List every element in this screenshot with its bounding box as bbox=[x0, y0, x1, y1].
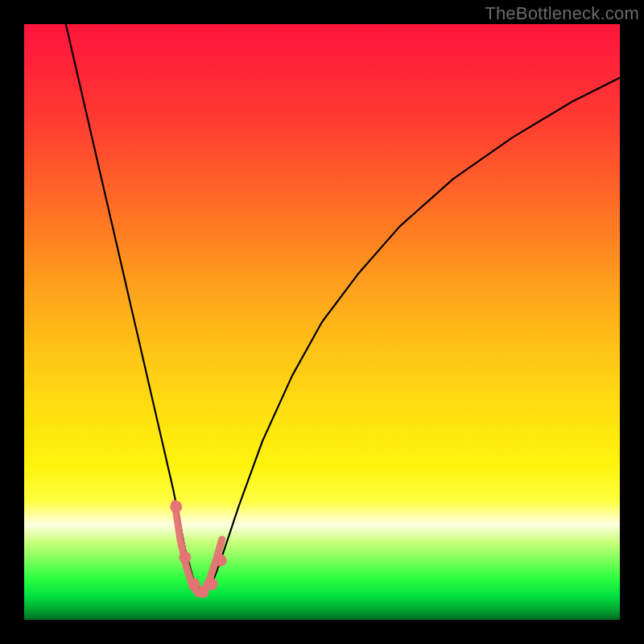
svg-point-5 bbox=[215, 555, 227, 567]
plot-area bbox=[24, 24, 620, 620]
bottleneck-curve bbox=[66, 24, 620, 593]
watermark-text: TheBottleneck.com bbox=[485, 3, 639, 24]
plot-svg bbox=[24, 24, 620, 620]
svg-point-1 bbox=[179, 551, 191, 564]
svg-point-4 bbox=[206, 578, 218, 590]
svg-point-0 bbox=[170, 501, 182, 513]
